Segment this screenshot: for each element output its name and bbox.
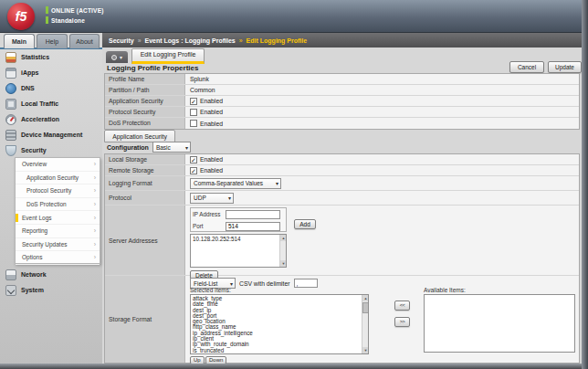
protocol-select[interactable]: UDP bbox=[190, 193, 234, 204]
submenu-item-dos-protection[interactable]: DoS Protection bbox=[16, 198, 100, 212]
select-arrow-icon bbox=[276, 180, 278, 186]
app-header: f5 ONLINE (ACTIVE) Standalone bbox=[0, 0, 588, 33]
scroll-up-icon[interactable] bbox=[280, 235, 287, 241]
server-addresses-list[interactable]: 10.128.20.252:514 bbox=[190, 234, 287, 268]
status-green-indicator-icon bbox=[46, 16, 48, 24]
scrollbar[interactable] bbox=[362, 295, 368, 353]
submenu-arrow-icon bbox=[94, 227, 96, 234]
port-input[interactable] bbox=[226, 222, 280, 231]
available-items-label: Available Items: bbox=[424, 287, 466, 293]
submenu-item-application-security[interactable]: Application Security bbox=[16, 172, 100, 185]
page-menu-button[interactable] bbox=[106, 51, 128, 63]
scrollbar[interactable] bbox=[279, 235, 286, 267]
logging-format-select[interactable]: Comma-Separated Values bbox=[190, 178, 281, 189]
sidebar-item-acceleration[interactable]: Acceleration bbox=[0, 111, 102, 127]
delimiter-input[interactable] bbox=[294, 279, 318, 288]
sidebar-item-system[interactable]: System bbox=[0, 282, 102, 298]
selected-items-label: Selected Items: bbox=[190, 287, 231, 293]
logo-text: f5 bbox=[16, 9, 26, 24]
scroll-down-icon[interactable] bbox=[280, 260, 287, 267]
move-to-selected-button[interactable]: << bbox=[394, 300, 410, 311]
cancel-button[interactable]: Cancel bbox=[509, 61, 544, 73]
submenu-item-security-updates[interactable]: Security Updates bbox=[16, 238, 100, 252]
f5-logo-icon: f5 bbox=[7, 3, 35, 30]
server-address-entry[interactable]: 10.128.20.252:514 bbox=[191, 235, 286, 243]
move-to-available-button[interactable]: >> bbox=[394, 317, 410, 327]
partition-path-value: Common bbox=[190, 87, 215, 93]
tab-about[interactable]: About bbox=[69, 34, 100, 48]
storage-format-editor: Field-List CSV with delimiter Selected I… bbox=[190, 277, 574, 362]
add-button[interactable]: Add bbox=[294, 219, 316, 229]
table-row: Remote Storage ✓ Enabled bbox=[105, 165, 579, 176]
device-management-icon bbox=[5, 130, 16, 141]
selected-items-list[interactable]: attack_type date_time dest_ip dest_port … bbox=[190, 294, 369, 354]
ip-address-label: IP Address bbox=[193, 211, 224, 217]
sidebar-item-device-management[interactable]: Device Management bbox=[0, 127, 102, 142]
select-arrow-icon bbox=[228, 195, 231, 201]
submenu-item-reporting[interactable]: Reporting bbox=[16, 225, 100, 238]
configuration-row: Configuration Basic bbox=[107, 142, 191, 153]
scrollbar-thumb[interactable] bbox=[362, 302, 369, 313]
status-online: ONLINE (ACTIVE) bbox=[51, 7, 104, 14]
iapps-icon bbox=[5, 68, 16, 79]
table-row: Logging Format Comma-Separated Values bbox=[105, 176, 579, 191]
breadcrumb-current: Edit Logging Profile bbox=[247, 37, 308, 44]
sidebar-item-dns[interactable]: DNS bbox=[0, 80, 102, 96]
list-item[interactable]: is_truncated bbox=[193, 348, 366, 353]
security-submenu: Overview Application Security Protocol S… bbox=[15, 157, 100, 264]
sidebar-item-security[interactable]: Security bbox=[0, 142, 102, 158]
breadcrumb-security[interactable]: Security bbox=[109, 37, 134, 44]
submenu-item-event-logs[interactable]: Event Logs bbox=[16, 211, 100, 225]
server-address-form: IP Address Port bbox=[190, 207, 287, 232]
tab-main[interactable]: Main bbox=[4, 34, 35, 48]
breadcrumb: Security » Event Logs : Logging Profiles… bbox=[102, 33, 582, 47]
tab-application-security[interactable]: Application Security bbox=[104, 130, 175, 142]
sidebar-item-network[interactable]: Network bbox=[0, 267, 102, 282]
remote-storage-checkbox[interactable]: ✓ bbox=[190, 167, 197, 174]
tab-help[interactable]: Help bbox=[37, 34, 68, 48]
application-security-checkbox[interactable]: ✓ bbox=[190, 98, 197, 105]
scroll-up-icon[interactable] bbox=[362, 295, 369, 301]
submenu-arrow-icon bbox=[94, 215, 96, 221]
acceleration-gauge-icon bbox=[5, 114, 16, 125]
dos-protection-checkbox[interactable] bbox=[190, 120, 197, 127]
local-storage-checkbox[interactable]: ✓ bbox=[190, 156, 197, 163]
update-button[interactable]: Update bbox=[548, 61, 582, 73]
submenu-arrow-icon bbox=[94, 187, 96, 194]
configuration-select[interactable]: Basic bbox=[152, 142, 191, 153]
available-items-list[interactable] bbox=[424, 294, 575, 353]
statistics-icon bbox=[5, 52, 16, 63]
submenu-arrow-icon bbox=[94, 254, 96, 260]
csv-delimiter-label: CSV with delimiter bbox=[239, 280, 290, 287]
protocol-security-checkbox[interactable] bbox=[190, 109, 197, 116]
bigip-window: f5 ONLINE (ACTIVE) Standalone Main Help … bbox=[0, 0, 588, 369]
logging-profile-properties-table: Profile Name Splunk Partition / Path Com… bbox=[104, 73, 580, 130]
submenu-arrow-icon bbox=[94, 241, 96, 248]
submenu-item-overview[interactable]: Overview bbox=[16, 158, 100, 172]
table-row: Partition / Path Common bbox=[105, 85, 579, 96]
sidebar-item-iapps[interactable]: iApps bbox=[0, 65, 102, 80]
submenu-arrow-icon bbox=[94, 174, 96, 181]
menu-circle-icon bbox=[111, 55, 117, 60]
breadcrumb-logging-profiles[interactable]: Event Logs : Logging Profiles bbox=[145, 37, 236, 44]
tab-edit-logging-profile[interactable]: Edit Logging Profile bbox=[131, 48, 205, 64]
ip-address-input[interactable] bbox=[226, 210, 280, 219]
table-row: Profile Name Splunk bbox=[105, 74, 579, 85]
table-row: DoS Protection Enabled bbox=[105, 118, 579, 129]
dns-globe-icon bbox=[5, 83, 16, 94]
table-row: Storage Format Field-List CSV with delim… bbox=[105, 276, 579, 363]
sidebar-item-statistics[interactable]: Statistics bbox=[0, 49, 102, 65]
submenu-item-protocol-security[interactable]: Protocol Security bbox=[16, 184, 100, 198]
port-label: Port bbox=[193, 223, 224, 229]
scroll-down-icon[interactable] bbox=[362, 347, 369, 353]
sidebar-item-local-traffic[interactable]: Local Traffic bbox=[0, 96, 102, 111]
breadcrumb-separator-icon: » bbox=[138, 37, 142, 44]
window-bottom-edge bbox=[0, 364, 588, 369]
chevron-down-icon bbox=[120, 55, 122, 60]
window-right-edge bbox=[582, 0, 588, 369]
submenu-item-options[interactable]: Options bbox=[16, 251, 100, 265]
table-row: Protocol UDP bbox=[105, 191, 579, 206]
network-icon bbox=[5, 269, 16, 280]
table-row: Application Security ✓ Enabled bbox=[105, 96, 579, 107]
table-row: Local Storage ✓ Enabled bbox=[105, 154, 579, 165]
